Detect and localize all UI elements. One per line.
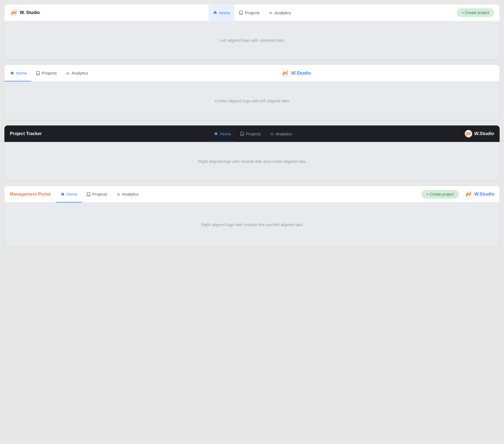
logo[interactable]: W. Studio bbox=[10, 9, 40, 17]
tab-home-label: Home bbox=[16, 71, 27, 75]
layout2-logo-area: W.Studio bbox=[92, 65, 500, 81]
layout1-card: W. Studio Home Projects Analytics + Crea… bbox=[4, 4, 500, 59]
layout4-module-title-area: Management Portal bbox=[4, 186, 56, 202]
tab-home-label: Home bbox=[219, 10, 230, 15]
logo-icon bbox=[281, 69, 289, 77]
layout4-content: Right aligned logo with module title and… bbox=[4, 202, 500, 246]
home-icon bbox=[214, 131, 218, 136]
tab-analytics[interactable]: Analytics bbox=[61, 65, 92, 81]
book-icon bbox=[86, 192, 91, 196]
module-title: Project Tracker bbox=[10, 131, 42, 136]
layout2-tabs: Home Projects Analytics bbox=[4, 65, 92, 81]
svg-point-1 bbox=[13, 12, 15, 14]
create-project-label: + Create project bbox=[426, 192, 454, 196]
logo[interactable]: W.Studio bbox=[281, 69, 311, 77]
tab-analytics[interactable]: Analytics bbox=[264, 5, 295, 21]
layout1-content: Left aligned logo with centered tabs bbox=[4, 21, 500, 59]
layout1-description: Left aligned logo with centered tabs bbox=[220, 38, 284, 43]
tab-projects-label: Projects bbox=[246, 131, 261, 136]
layout4-navbar: Management Portal Home Projects Analytic… bbox=[4, 186, 500, 202]
tab-projects[interactable]: Projects bbox=[31, 65, 61, 81]
layout1-tabs: Home Projects Analytics bbox=[209, 4, 295, 21]
logo-icon bbox=[10, 9, 18, 17]
tab-home-label: Home bbox=[220, 131, 231, 136]
logo-icon bbox=[464, 190, 473, 198]
logo-text: W.Studio bbox=[474, 131, 494, 136]
layout2-description: Center aligned logo with left aligned ta… bbox=[215, 98, 289, 103]
logo-icon bbox=[464, 130, 473, 138]
layout4-description: Right aligned logo with module title and… bbox=[201, 222, 303, 227]
tab-projects-label: Projects bbox=[92, 192, 107, 196]
layout1-navbar: W. Studio Home Projects Analytics + Crea… bbox=[4, 4, 500, 21]
book-icon bbox=[239, 10, 243, 15]
layout3-module-title-area: Project Tracker bbox=[4, 125, 47, 142]
chart-icon bbox=[116, 192, 120, 196]
layout3-logo-area: W.Studio bbox=[459, 125, 500, 142]
chart-icon bbox=[270, 131, 274, 136]
tab-analytics-label: Analytics bbox=[276, 131, 292, 136]
layout2-content: Center aligned logo with left aligned ta… bbox=[4, 81, 500, 120]
create-project-label: + Create project bbox=[462, 10, 489, 15]
tab-home[interactable]: Home bbox=[4, 65, 31, 81]
tab-home-label: Home bbox=[67, 192, 78, 196]
logo-text: W.Studio bbox=[291, 70, 311, 76]
tab-projects-label: Projects bbox=[42, 71, 57, 75]
home-icon bbox=[10, 71, 14, 75]
create-project-button[interactable]: + Create project bbox=[457, 8, 494, 17]
tab-analytics-label: Analytics bbox=[275, 10, 291, 15]
layout2-navbar: Home Projects Analytics W.S bbox=[4, 65, 500, 81]
brand-name-text: W. Studio bbox=[20, 10, 40, 15]
chart-icon bbox=[65, 71, 70, 75]
layout4-tabs: Home Projects Analytics bbox=[56, 186, 143, 202]
home-icon bbox=[213, 10, 217, 15]
logo[interactable]: W.Studio bbox=[464, 190, 494, 198]
layout3-tabs: Home Projects Analytics bbox=[47, 125, 459, 142]
layout3-description: Right aligned logo with module title and… bbox=[198, 159, 306, 164]
tab-home[interactable]: Home bbox=[209, 126, 235, 142]
tab-projects-label: Projects bbox=[245, 10, 260, 15]
home-icon bbox=[61, 192, 65, 196]
tab-analytics-label: Analytics bbox=[122, 192, 139, 196]
create-project-button[interactable]: + Create project bbox=[421, 190, 459, 199]
tab-projects[interactable]: Projects bbox=[234, 5, 264, 21]
chart-icon bbox=[269, 10, 273, 15]
logo[interactable]: W.Studio bbox=[464, 130, 494, 138]
tab-projects[interactable]: Projects bbox=[82, 186, 112, 202]
layout3-card: Project Tracker Home Projects Analytics bbox=[4, 125, 500, 180]
layout3-navbar: Project Tracker Home Projects Analytics bbox=[4, 125, 500, 142]
layout3-content: Right aligned logo with module title and… bbox=[4, 142, 500, 180]
book-icon bbox=[36, 71, 40, 75]
layout4-right-area: + Create project W.Studio bbox=[416, 186, 500, 202]
layout4-spacer bbox=[143, 186, 416, 202]
layout1-logo-area: W. Studio bbox=[4, 4, 45, 21]
layout4-card: Management Portal Home Projects Analytic… bbox=[4, 186, 500, 246]
svg-point-3 bbox=[284, 72, 286, 74]
layout1-right-area: + Create project bbox=[451, 4, 500, 21]
layout2-card: Home Projects Analytics W.S bbox=[4, 65, 500, 120]
logo-text: W.Studio bbox=[474, 191, 494, 197]
tab-analytics[interactable]: Analytics bbox=[265, 126, 297, 142]
svg-point-5 bbox=[467, 133, 470, 135]
tab-analytics[interactable]: Analytics bbox=[112, 186, 143, 202]
svg-point-7 bbox=[467, 193, 470, 195]
tab-home[interactable]: Home bbox=[56, 186, 82, 202]
book-icon bbox=[240, 131, 244, 136]
tab-analytics-label: Analytics bbox=[72, 71, 88, 75]
tab-projects[interactable]: Projects bbox=[235, 126, 265, 142]
module-title: Management Portal bbox=[10, 192, 51, 197]
tab-home[interactable]: Home bbox=[209, 5, 234, 21]
